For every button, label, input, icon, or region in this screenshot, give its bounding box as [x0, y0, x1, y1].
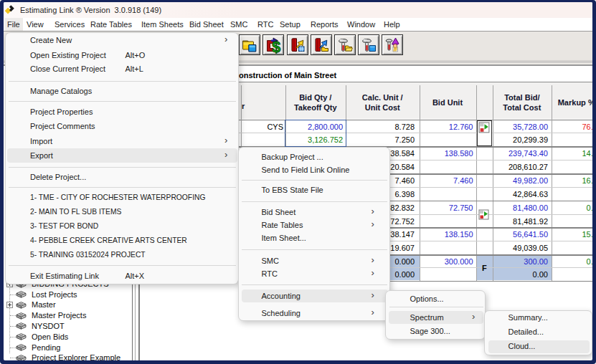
svg-text:$: $: [272, 37, 280, 54]
